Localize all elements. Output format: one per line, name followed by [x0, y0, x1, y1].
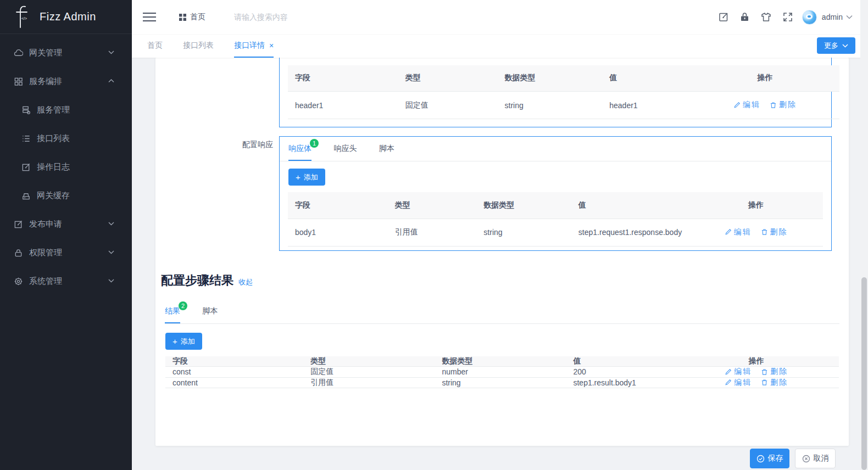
add-response-field-button[interactable]: + 添加 — [288, 169, 325, 186]
sidebar-item-gateway-cache[interactable]: 网关缓存 — [0, 181, 132, 210]
col-actions: 操作 — [689, 192, 823, 219]
cancel-button[interactable]: 取消 — [795, 449, 836, 468]
delete-link[interactable]: 删除 — [761, 227, 788, 237]
save-button[interactable]: 保存 — [750, 449, 789, 468]
sidebar-item-gateway-mgmt[interactable]: 网关管理 — [0, 38, 132, 67]
delete-link[interactable]: 删除 — [761, 367, 788, 377]
edit-link[interactable]: 编辑 — [725, 367, 752, 377]
cell-datatype: string — [498, 92, 603, 119]
hamburger-menu-icon[interactable] — [143, 10, 156, 24]
trash-icon — [761, 379, 768, 386]
sidebar-item-system-mgmt[interactable]: 系统管理 — [0, 267, 132, 295]
chevron-down-icon[interactable] — [846, 15, 853, 19]
col-value: 值 — [602, 65, 691, 92]
sidebar-item-label: 服务管理 — [37, 105, 70, 115]
tab-api-detail[interactable]: 接口详情 × — [234, 34, 274, 58]
table-row: content 引用值 string step1.result.body1 编辑… — [165, 377, 839, 388]
chevron-down-icon — [108, 222, 114, 226]
pencil-icon — [725, 228, 732, 236]
sidebar-item-api-list[interactable]: 接口列表 — [0, 124, 132, 153]
publish-icon — [14, 220, 23, 229]
scrollbar-thumb[interactable] — [861, 277, 867, 470]
journal-icon — [21, 163, 31, 172]
add-result-field-button[interactable]: + 添加 — [165, 333, 202, 350]
edit-link[interactable]: 编辑 — [733, 100, 760, 110]
tab-label: 响应头 — [333, 144, 357, 153]
table-header-row: 字段 类型 数据类型 值 操作 — [288, 65, 839, 92]
cache-icon — [21, 191, 31, 200]
edit-link[interactable]: 编辑 — [725, 378, 752, 388]
sidebar-item-service-mgmt[interactable]: 服务管理 — [0, 96, 132, 124]
col-datatype: 数据类型 — [498, 65, 603, 92]
delete-link[interactable]: 删除 — [770, 100, 797, 110]
tab-label: 脚本 — [202, 306, 218, 315]
col-value: 值 — [571, 192, 689, 219]
form-card: 字段 类型 数据类型 值 操作 header1 固定值 string heade… — [155, 58, 849, 446]
tab-response-body[interactable]: 响应体 1 — [288, 144, 311, 161]
response-config-box: 响应体 1 响应头 脚本 + 添加 字段 类型 数据类型 值 操作 — [279, 136, 832, 251]
grid-icon — [14, 77, 23, 86]
sidebar-item-label: 网关管理 — [29, 48, 62, 58]
form-footer: 保存 取消 — [750, 449, 836, 468]
tab-response-header[interactable]: 响应头 — [333, 144, 357, 161]
sidebar-item-publish-request[interactable]: 发布申请 — [0, 210, 132, 238]
result-tabs: 结果 2 脚本 — [165, 306, 839, 324]
response-config-label: 配置响应 — [188, 140, 273, 150]
delete-link[interactable]: 删除 — [761, 378, 788, 388]
username[interactable]: admin — [822, 13, 843, 21]
request-header-config-box: 字段 类型 数据类型 值 操作 header1 固定值 string heade… — [279, 58, 832, 127]
trash-icon — [761, 228, 768, 236]
close-tab-icon[interactable]: × — [269, 41, 274, 50]
tab-api-list[interactable]: 接口列表 — [183, 34, 214, 58]
lock-icon — [14, 248, 23, 258]
sidebar-menu: 网关管理 服务编排 服务管理 接口列表 操作日志 网关缓存 发布申请 — [0, 34, 132, 295]
pencil-icon — [725, 368, 732, 376]
changelog-icon[interactable] — [718, 12, 729, 23]
fullscreen-icon[interactable] — [782, 12, 793, 23]
section-title: 配置步骤结果 — [161, 272, 233, 289]
main-content: 字段 类型 数据类型 值 操作 header1 固定值 string heade… — [132, 58, 868, 470]
breadcrumb[interactable]: 首页 — [179, 12, 205, 22]
theme-icon[interactable] — [760, 12, 772, 23]
response-body-table: 字段 类型 数据类型 值 操作 body1 引用值 string step1.r… — [288, 192, 823, 247]
step-result-section: 配置步骤结果 收起 结果 2 脚本 + 添加 字段 类型 数据类型 — [161, 272, 839, 388]
vertical-scrollbar[interactable] — [860, 0, 868, 470]
search-input[interactable] — [234, 13, 360, 21]
plus-icon: + — [296, 172, 301, 182]
delete-label: 删除 — [770, 367, 788, 377]
more-button[interactable]: 更多 — [817, 37, 855, 54]
check-circle-icon — [756, 455, 765, 463]
tab-home[interactable]: 首页 — [147, 34, 163, 58]
sidebar-item-label: 操作日志 — [37, 162, 70, 172]
tab-result[interactable]: 结果 2 — [165, 306, 180, 323]
tab-script[interactable]: 脚本 — [202, 306, 218, 323]
more-label: 更多 — [824, 41, 838, 51]
tab-script[interactable]: 脚本 — [379, 144, 394, 161]
sidebar-item-operation-log[interactable]: 操作日志 — [0, 153, 132, 181]
sidebar-item-label: 权限管理 — [29, 248, 62, 258]
cell-value: 200 — [566, 367, 674, 378]
close-circle-icon — [802, 455, 810, 463]
lock-screen-icon[interactable] — [739, 12, 750, 23]
collapse-link[interactable]: 收起 — [238, 277, 253, 287]
col-datatype: 数据类型 — [476, 192, 571, 219]
tab-label: 首页 — [147, 41, 163, 51]
add-label: 添加 — [304, 172, 318, 182]
header-table: 字段 类型 数据类型 值 操作 header1 固定值 string heade… — [288, 65, 839, 120]
sidebar: </> Fizz Admin 网关管理 服务编排 服务管理 接口列表 操作日志 — [0, 0, 132, 470]
cell-type: 固定值 — [398, 92, 498, 119]
edit-link[interactable]: 编辑 — [725, 227, 752, 237]
sidebar-item-service-orchestration[interactable]: 服务编排 — [0, 67, 132, 96]
avatar[interactable] — [802, 10, 817, 25]
sidebar-item-permission-mgmt[interactable]: 权限管理 — [0, 238, 132, 267]
edit-label: 编辑 — [734, 367, 752, 377]
cell-field: header1 — [288, 92, 398, 119]
count-badge: 2 — [179, 301, 187, 310]
sidebar-item-label: 服务编排 — [29, 76, 62, 87]
logo-row: </> Fizz Admin — [0, 0, 132, 34]
tab-label: 脚本 — [379, 144, 394, 153]
tab-label: 结果 — [165, 306, 180, 315]
cell-value: step1.result.body1 — [566, 377, 674, 388]
col-field: 字段 — [288, 192, 388, 219]
save-label: 保存 — [768, 454, 783, 463]
